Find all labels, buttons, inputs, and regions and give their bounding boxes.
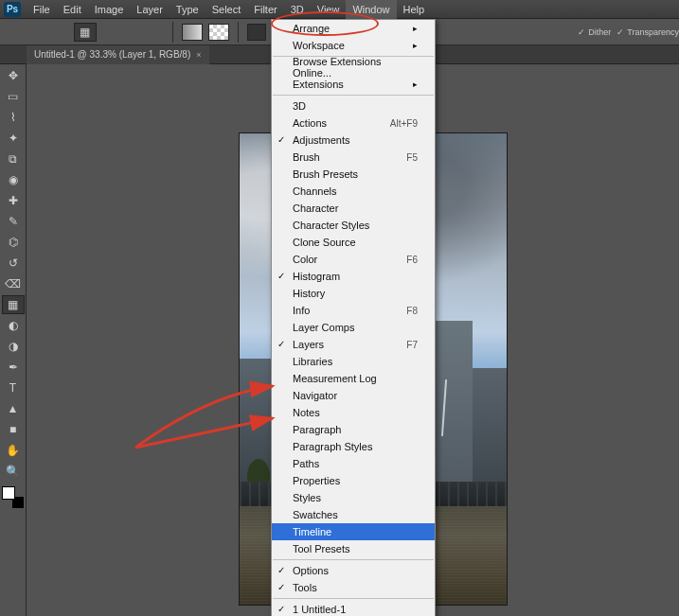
gradient-transparency-swatch[interactable] — [208, 24, 229, 41]
window-menu-libraries[interactable]: Libraries — [272, 353, 435, 370]
menu-shortcut: F8 — [406, 306, 418, 316]
window-menu-tools[interactable]: Tools — [272, 579, 435, 596]
canvas-area[interactable]: Arrange▸Workspace▸Browse Extensions Onli… — [27, 64, 679, 616]
window-menu-extensions[interactable]: Extensions▸ — [272, 76, 435, 93]
eyedropper-tool[interactable]: ◉ — [2, 170, 25, 189]
chevron-right-icon: ▸ — [413, 79, 418, 89]
menu-3d[interactable]: 3D — [284, 0, 311, 19]
crop-tool[interactable]: ⧉ — [2, 150, 25, 168]
lasso-tool[interactable]: ⌇ — [2, 108, 25, 127]
menu-separator — [273, 598, 434, 599]
menubar: Ps FileEditImageLayerTypeSelectFilter3DV… — [0, 0, 679, 19]
menu-select[interactable]: Select — [205, 0, 248, 19]
clone-stamp-tool[interactable]: ⌬ — [2, 233, 25, 252]
menu-file[interactable]: File — [27, 0, 57, 19]
menu-view[interactable]: View — [311, 0, 347, 19]
window-menu-swatches[interactable]: Swatches — [272, 506, 435, 523]
window-menu-channels[interactable]: Channels — [272, 183, 435, 200]
window-menu-paragraph-styles[interactable]: Paragraph Styles — [272, 438, 435, 455]
healing-brush-tool[interactable]: ✚ — [2, 191, 25, 210]
menu-shortcut: F6 — [406, 255, 418, 265]
window-menu-layers[interactable]: LayersF7 — [272, 336, 435, 353]
transparency-checkbox[interactable]: Transparency — [616, 27, 679, 37]
chevron-right-icon: ▸ — [413, 41, 418, 50]
chevron-right-icon: ▸ — [413, 24, 418, 33]
window-menu-brush-presets[interactable]: Brush Presets — [272, 166, 435, 183]
move-tool[interactable]: ✥ — [2, 66, 25, 85]
window-menu-history[interactable]: History — [272, 285, 435, 302]
window-menu-dropdown: Arrange▸Workspace▸Browse Extensions Onli… — [271, 19, 436, 616]
dodge-tool[interactable]: ◑ — [2, 337, 25, 356]
gradient-tool[interactable]: ▦ — [2, 295, 25, 314]
window-menu-3d[interactable]: 3D — [272, 97, 435, 114]
brush-tool[interactable]: ✎ — [2, 212, 25, 231]
document-tab[interactable]: Untitled-1 @ 33.3% (Layer 1, RGB/8) × — [27, 45, 209, 64]
menu-shortcut: Alt+F9 — [390, 118, 418, 129]
menu-window[interactable]: Window — [346, 0, 396, 19]
menu-image[interactable]: Image — [88, 0, 131, 19]
gradient-linear-button[interactable] — [247, 24, 266, 41]
active-tool-indicator[interactable]: ▦ — [74, 23, 97, 42]
window-menu-actions[interactable]: ActionsAlt+F9 — [272, 114, 435, 132]
window-menu-paragraph[interactable]: Paragraph — [272, 421, 435, 438]
marquee-tool[interactable]: ▭ — [2, 87, 25, 106]
menu-type[interactable]: Type — [170, 0, 205, 19]
window-menu-paths[interactable]: Paths — [272, 455, 435, 472]
gradient-preview-swatch[interactable] — [182, 24, 203, 41]
document-tab-title: Untitled-1 @ 33.3% (Layer 1, RGB/8) — [34, 45, 190, 64]
window-menu-color[interactable]: ColorF6 — [272, 251, 435, 268]
window-menu-workspace[interactable]: Workspace▸ — [272, 37, 435, 54]
menu-edit[interactable]: Edit — [57, 0, 88, 19]
menu-shortcut: F5 — [406, 152, 418, 163]
photoshop-app-icon: Ps — [4, 2, 21, 17]
window-menu-layer-comps[interactable]: Layer Comps — [272, 319, 435, 336]
close-icon[interactable]: × — [196, 45, 201, 64]
window-menu-options[interactable]: Options — [272, 562, 435, 579]
window-menu-adjustments[interactable]: Adjustments — [272, 132, 435, 149]
window-menu-tool-presets[interactable]: Tool Presets — [272, 540, 435, 557]
window-menu-clone-source[interactable]: Clone Source — [272, 234, 435, 251]
window-menu-arrange[interactable]: Arrange▸ — [272, 20, 435, 37]
hand-tool[interactable]: ✋ — [2, 441, 25, 460]
magic-wand-tool[interactable]: ✦ — [2, 129, 25, 148]
window-menu-notes[interactable]: Notes — [272, 404, 435, 421]
window-menu-character-styles[interactable]: Character Styles — [272, 217, 435, 234]
window-menu-browse-extensions-online[interactable]: Browse Extensions Online... — [272, 59, 435, 76]
zoom-tool[interactable]: 🔍 — [2, 462, 25, 481]
blur-tool[interactable]: ◐ — [2, 316, 25, 335]
window-menu-info[interactable]: InfoF8 — [272, 302, 435, 319]
window-menu-histogram[interactable]: Histogram — [272, 268, 435, 285]
window-menu-navigator[interactable]: Navigator — [272, 387, 435, 404]
menu-help[interactable]: Help — [397, 0, 432, 19]
eraser-tool[interactable]: ⌫ — [2, 274, 25, 293]
window-menu-properties[interactable]: Properties — [272, 472, 435, 489]
window-menu-measurement-log[interactable]: Measurement Log — [272, 370, 435, 387]
history-brush-tool[interactable]: ↺ — [2, 254, 25, 273]
window-menu-styles[interactable]: Styles — [272, 489, 435, 506]
window-menu-brush[interactable]: BrushF5 — [272, 149, 435, 166]
menu-layer[interactable]: Layer — [130, 0, 170, 19]
tools-panel: ✥▭⌇✦⧉◉✚✎⌬↺⌫▦◐◑✒T▲■✋🔍 — [0, 64, 27, 616]
window-menu-1-untitled-1[interactable]: 1 Untitled-1 — [272, 601, 435, 616]
pen-tool[interactable]: ✒ — [2, 358, 25, 377]
window-menu-timeline[interactable]: Timeline — [272, 523, 435, 540]
menu-filter[interactable]: Filter — [247, 0, 283, 19]
type-tool[interactable]: T — [2, 378, 25, 397]
window-menu-character[interactable]: Character — [272, 200, 435, 217]
rectangle-tool[interactable]: ■ — [2, 420, 25, 439]
color-swatches[interactable] — [2, 486, 25, 509]
dither-checkbox[interactable]: Dither — [578, 27, 611, 37]
menu-shortcut: F7 — [406, 340, 418, 350]
menu-separator — [273, 95, 434, 96]
menu-separator — [273, 559, 434, 560]
path-selection-tool[interactable]: ▲ — [2, 399, 25, 418]
